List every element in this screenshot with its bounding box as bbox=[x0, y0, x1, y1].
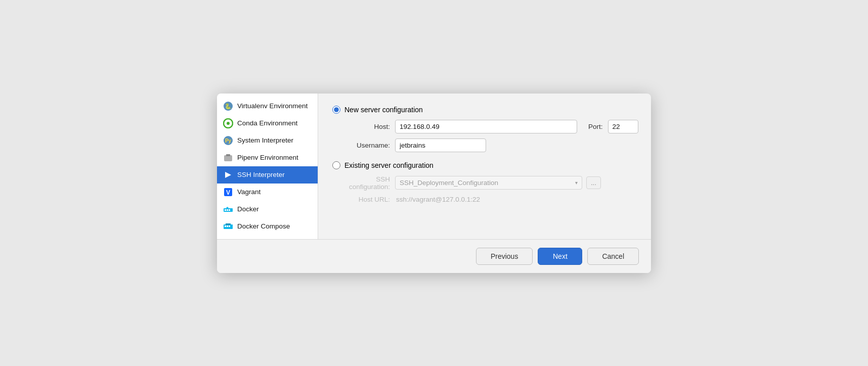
sidebar-item-label: Virtualenv Environment bbox=[237, 102, 308, 110]
port-input[interactable] bbox=[608, 120, 638, 133]
svg-rect-12 bbox=[225, 209, 226, 211]
ssh-config-control-row: SSH_Deployment_Configuration ▾ ... bbox=[395, 176, 601, 190]
previous-button[interactable]: Previous bbox=[476, 248, 533, 265]
existing-server-radio-label[interactable]: Existing server configuration bbox=[332, 161, 638, 169]
virtualenv-icon: 🐍 bbox=[223, 101, 233, 111]
existing-server-label: Existing server configuration bbox=[344, 161, 433, 169]
host-input[interactable] bbox=[395, 120, 577, 133]
svg-rect-20 bbox=[226, 223, 231, 225]
sidebar: 🐍 Virtualenv Environment Conda Environme… bbox=[217, 94, 318, 239]
host-url-label: Host URL: bbox=[344, 196, 390, 203]
ssh-config-dropdown[interactable]: SSH_Deployment_Configuration ▾ bbox=[395, 176, 582, 190]
sidebar-item-system[interactable]: Py System Interpreter bbox=[217, 132, 318, 149]
port-label: Port: bbox=[588, 123, 603, 130]
new-server-radio-label[interactable]: New server configuration bbox=[332, 106, 638, 114]
svg-rect-13 bbox=[227, 209, 228, 211]
svg-rect-17 bbox=[225, 225, 226, 227]
existing-server-radio[interactable] bbox=[332, 161, 340, 169]
svg-rect-15 bbox=[227, 207, 228, 209]
main-content: New server configuration Host: Port: Use… bbox=[318, 94, 651, 239]
host-url-value: ssh://vagrant@127.0.0.1:22 bbox=[396, 196, 480, 203]
sidebar-item-pipenv[interactable]: Pipenv Environment bbox=[217, 149, 318, 166]
dialog-body: 🐍 Virtualenv Environment Conda Environme… bbox=[217, 94, 651, 239]
next-button[interactable]: Next bbox=[538, 248, 582, 265]
docker-icon bbox=[223, 204, 233, 214]
sidebar-item-label: Docker bbox=[237, 205, 259, 213]
existing-server-fields: SSH configuration: SSH_Deployment_Config… bbox=[344, 175, 638, 203]
sidebar-item-docker[interactable]: Docker bbox=[217, 201, 318, 218]
svg-marker-8 bbox=[225, 172, 231, 178]
dialog-footer: Previous Next Cancel bbox=[217, 239, 651, 273]
username-input[interactable] bbox=[395, 139, 486, 152]
system-icon: Py bbox=[223, 135, 233, 146]
new-server-section: New server configuration Host: Port: Use… bbox=[332, 106, 638, 152]
host-url-row: Host URL: ssh://vagrant@127.0.0.1:22 bbox=[344, 196, 638, 203]
dropdown-arrow-icon: ▾ bbox=[575, 180, 578, 186]
svg-rect-7 bbox=[226, 154, 230, 156]
ssh-icon bbox=[223, 170, 233, 180]
existing-server-section: Existing server configuration SSH config… bbox=[332, 161, 638, 203]
sidebar-item-virtualenv[interactable]: 🐍 Virtualenv Environment bbox=[217, 98, 318, 115]
sidebar-item-vagrant[interactable]: V Vagrant bbox=[217, 184, 318, 201]
ssh-more-button[interactable]: ... bbox=[586, 176, 601, 189]
new-server-radio[interactable] bbox=[332, 106, 340, 114]
svg-rect-18 bbox=[227, 225, 228, 227]
docker-compose-icon bbox=[223, 221, 233, 232]
sidebar-item-label: Conda Environment bbox=[237, 119, 297, 127]
host-label: Host: bbox=[344, 123, 390, 130]
username-label: Username: bbox=[344, 142, 390, 149]
dialog: 🐍 Virtualenv Environment Conda Environme… bbox=[217, 94, 651, 273]
sidebar-item-label: Vagrant bbox=[237, 188, 261, 196]
new-server-label: New server configuration bbox=[344, 106, 423, 114]
ssh-config-label: SSH configuration: bbox=[344, 175, 390, 191]
username-row: Username: bbox=[344, 139, 638, 152]
svg-text:Py: Py bbox=[225, 138, 232, 144]
ssh-config-row: SSH configuration: SSH_Deployment_Config… bbox=[344, 175, 638, 191]
vagrant-icon: V bbox=[223, 187, 233, 197]
svg-rect-14 bbox=[229, 209, 230, 211]
svg-point-3 bbox=[227, 122, 230, 125]
sidebar-item-label: System Interpreter bbox=[237, 136, 293, 144]
sidebar-item-label: Pipenv Environment bbox=[237, 154, 298, 161]
sidebar-item-ssh[interactable]: SSH Interpreter bbox=[217, 166, 318, 184]
pipenv-icon bbox=[223, 153, 233, 163]
svg-text:🐍: 🐍 bbox=[225, 103, 232, 110]
new-server-fields: Host: Port: Username: bbox=[344, 120, 638, 152]
sidebar-item-conda[interactable]: Conda Environment bbox=[217, 115, 318, 132]
sidebar-item-label: SSH Interpreter bbox=[237, 171, 285, 178]
cancel-button[interactable]: Cancel bbox=[587, 248, 639, 265]
sidebar-item-label: Docker Compose bbox=[237, 222, 290, 230]
host-row: Host: Port: bbox=[344, 120, 638, 133]
sidebar-item-docker-compose[interactable]: Docker Compose bbox=[217, 218, 318, 235]
ssh-config-value: SSH_Deployment_Configuration bbox=[400, 179, 575, 187]
svg-rect-19 bbox=[229, 225, 230, 227]
svg-text:V: V bbox=[226, 189, 230, 196]
conda-icon bbox=[223, 118, 233, 128]
